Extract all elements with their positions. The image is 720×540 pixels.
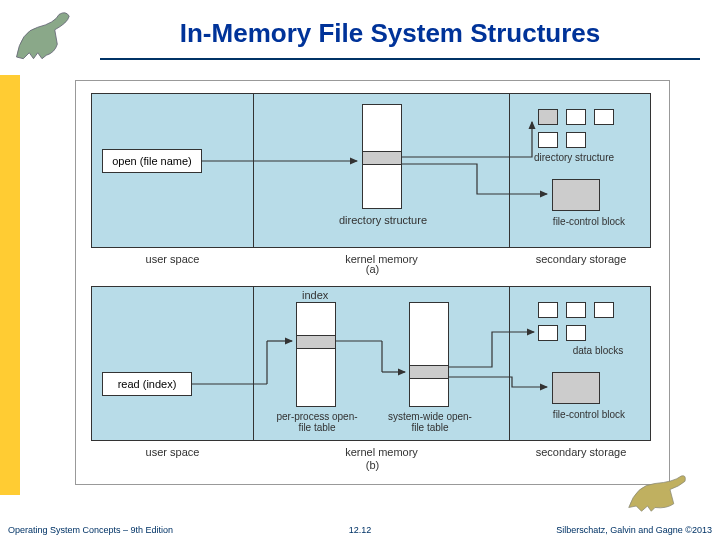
slide: In-Memory File System Structures open (f… bbox=[0, 0, 720, 540]
disk-block bbox=[538, 109, 558, 125]
dinosaur-icon-footer bbox=[625, 470, 700, 518]
fig-label-a: (a) bbox=[366, 263, 379, 275]
label-index: index bbox=[302, 289, 328, 301]
user-op-box-b: read (index) bbox=[102, 372, 192, 396]
fig-label-b: (b) bbox=[366, 459, 379, 471]
disk-block bbox=[538, 325, 558, 341]
per-process-table-box bbox=[296, 302, 336, 407]
disk-block bbox=[566, 302, 586, 318]
left-accent-bar bbox=[0, 75, 20, 495]
fcb-box-a bbox=[552, 179, 600, 211]
panel-b: read (index) user space index per-proces… bbox=[91, 286, 651, 441]
fcb-box-b bbox=[552, 372, 600, 404]
disk-block bbox=[566, 109, 586, 125]
directory-structure-box-a bbox=[362, 104, 402, 209]
footer: Operating System Concepts – 9th Edition … bbox=[0, 520, 720, 540]
section-user-space-a: open (file name) user space bbox=[92, 94, 254, 247]
label-user-space-a: user space bbox=[146, 253, 200, 265]
disk-block bbox=[594, 302, 614, 318]
footer-right: Silberschatz, Galvin and Gagne ©2013 bbox=[556, 525, 712, 535]
section-kernel-memory-a: directory structure kernel memory bbox=[254, 94, 510, 247]
disk-block bbox=[594, 109, 614, 125]
label-secondary-storage-a: secondary storage bbox=[536, 253, 627, 265]
page-title: In-Memory File System Structures bbox=[0, 0, 720, 49]
dir-struct-band-a bbox=[363, 151, 401, 165]
label-fcb-a: file-control block bbox=[534, 216, 644, 227]
label-kernel-memory-b: kernel memory bbox=[345, 446, 418, 458]
label-dir-struct-ss-a: directory structure bbox=[534, 152, 644, 163]
header-rule bbox=[100, 58, 700, 60]
diagram: open (file name) user space directory st… bbox=[75, 80, 670, 485]
label-kernel-memory-a: kernel memory bbox=[345, 253, 418, 265]
user-op-box-a: open (file name) bbox=[102, 149, 202, 173]
disk-block bbox=[566, 132, 586, 148]
header: In-Memory File System Structures bbox=[0, 0, 720, 70]
label-dir-struct-a: directory structure bbox=[328, 214, 438, 226]
sw-band bbox=[410, 365, 448, 379]
footer-left: Operating System Concepts – 9th Edition bbox=[8, 525, 173, 535]
system-wide-table-box bbox=[409, 302, 449, 407]
pp-band bbox=[297, 335, 335, 349]
label-swtable: system-wide open-file table bbox=[387, 411, 473, 433]
disk-block bbox=[538, 302, 558, 318]
dinosaur-icon bbox=[8, 6, 93, 64]
label-secondary-storage-b: secondary storage bbox=[536, 446, 627, 458]
label-fcb-b: file-control block bbox=[534, 409, 644, 420]
section-kernel-memory-b: index per-process open-file table system… bbox=[254, 287, 510, 440]
panel-a: open (file name) user space directory st… bbox=[91, 93, 651, 248]
label-user-space-b: user space bbox=[146, 446, 200, 458]
label-data-blocks: data blocks bbox=[558, 345, 638, 356]
section-user-space-b: read (index) user space bbox=[92, 287, 254, 440]
disk-block bbox=[566, 325, 586, 341]
section-secondary-storage-a: directory structure file-control block s… bbox=[510, 94, 652, 247]
footer-center: 12.12 bbox=[349, 525, 372, 535]
disk-block bbox=[538, 132, 558, 148]
section-secondary-storage-b: data blocks file-control block secondary… bbox=[510, 287, 652, 440]
label-pptable: per-process open-file table bbox=[274, 411, 360, 433]
